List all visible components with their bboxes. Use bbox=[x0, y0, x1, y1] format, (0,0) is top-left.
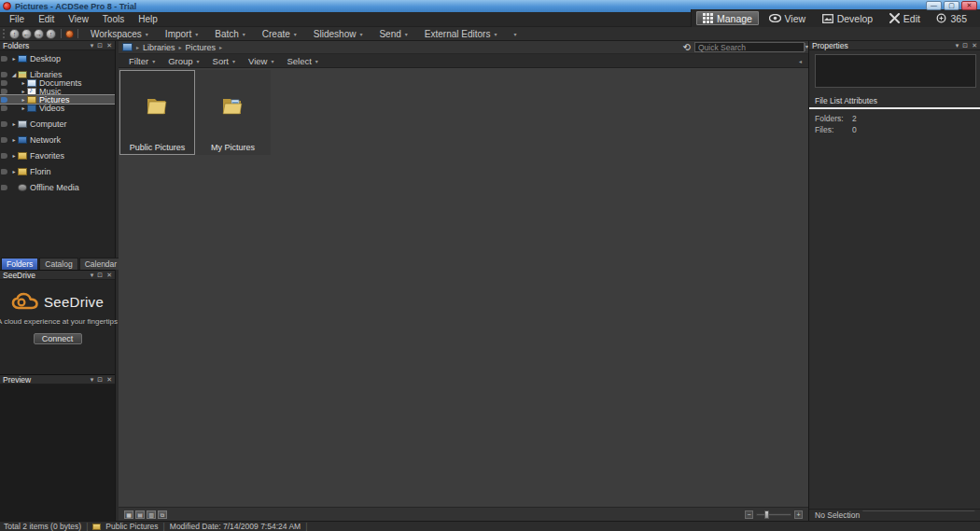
zoom-in-button[interactable]: + bbox=[794, 510, 803, 519]
easy-select-indicator[interactable] bbox=[1, 153, 7, 159]
tree-item-label: Network bbox=[30, 135, 61, 145]
close-icon[interactable]: ✕ bbox=[106, 271, 112, 279]
view-mode-tiles-button[interactable]: ⧉ bbox=[158, 510, 167, 519]
expander-icon[interactable]: ▸ bbox=[20, 88, 27, 94]
tree-item-favorites[interactable]: ▸ Favorites bbox=[0, 151, 115, 160]
search-input[interactable] bbox=[695, 43, 805, 52]
menu-file[interactable]: File bbox=[9, 14, 24, 24]
easy-select-indicator[interactable] bbox=[1, 169, 7, 175]
thumbnail-zoom-control: − + bbox=[745, 510, 803, 519]
view-menu[interactable]: View ▾ bbox=[242, 56, 280, 66]
mode-develop-button[interactable]: Develop bbox=[815, 10, 881, 26]
365-sync-icon bbox=[936, 13, 946, 23]
toolbar-create[interactable]: Create ▾ bbox=[254, 27, 305, 40]
easy-select-indicator[interactable] bbox=[1, 56, 7, 62]
easy-select-indicator[interactable] bbox=[1, 137, 7, 143]
pin-icon[interactable]: ⊡ bbox=[97, 271, 103, 279]
breadcrumb-libraries[interactable]: Libraries bbox=[143, 43, 175, 52]
toolbar-import[interactable]: Import ▾ bbox=[157, 27, 206, 40]
chevron-down-icon[interactable]: ▾ bbox=[91, 271, 94, 279]
pin-icon[interactable]: ⊡ bbox=[97, 41, 103, 49]
close-button[interactable]: ✕ bbox=[961, 1, 977, 10]
tree-item-offline-media[interactable]: Offline Media bbox=[0, 183, 115, 191]
mode-365-button[interactable]: 365 bbox=[929, 10, 974, 26]
easy-select-indicator[interactable] bbox=[1, 89, 7, 94]
tab-calendar[interactable]: Calendar bbox=[79, 258, 123, 270]
filter-menu[interactable]: Filter ▾ bbox=[122, 56, 161, 66]
breadcrumb-arrow-icon[interactable]: ▸ bbox=[136, 44, 139, 50]
view-mode-list-button[interactable]: ▥ bbox=[147, 510, 156, 519]
expander-icon[interactable]: ▸ bbox=[10, 120, 18, 127]
filter-bar-collapse-icon[interactable]: ◂ bbox=[799, 58, 805, 64]
menu-tools[interactable]: Tools bbox=[103, 14, 124, 24]
breadcrumb-arrow-icon[interactable]: ▸ bbox=[179, 44, 182, 50]
tree-item-florin[interactable]: ▸ Florin bbox=[0, 167, 115, 175]
easy-select-indicator[interactable] bbox=[1, 185, 7, 190]
mode-manage-button[interactable]: Manage bbox=[695, 10, 760, 26]
connect-button[interactable]: Connect bbox=[34, 333, 82, 344]
close-icon[interactable]: ✕ bbox=[972, 41, 977, 49]
expander-icon[interactable]: ▸ bbox=[20, 79, 27, 86]
minimize-button[interactable]: — bbox=[926, 1, 942, 10]
group-menu[interactable]: Group ▾ bbox=[161, 56, 205, 66]
maximize-button[interactable]: ▢ bbox=[944, 1, 959, 10]
easy-select-indicator[interactable] bbox=[1, 97, 7, 103]
chevron-down-icon[interactable]: ▾ bbox=[91, 41, 94, 49]
select-menu[interactable]: Select ▾ bbox=[280, 56, 324, 66]
chevron-down-icon[interactable]: ▾ bbox=[956, 41, 959, 49]
menu-edit[interactable]: Edit bbox=[38, 14, 54, 24]
pin-icon[interactable]: ⊡ bbox=[962, 41, 968, 49]
mode-view-button[interactable]: View bbox=[762, 10, 814, 26]
zoom-slider-thumb[interactable] bbox=[764, 510, 769, 519]
folder-tile-my-pictures[interactable]: My Pictures bbox=[195, 70, 271, 155]
easy-select-indicator[interactable] bbox=[1, 72, 7, 77]
zoom-out-button[interactable]: − bbox=[745, 510, 753, 519]
toolbar-slideshow[interactable]: Slideshow ▾ bbox=[305, 27, 371, 40]
chevron-down-icon[interactable]: ▾ bbox=[91, 375, 94, 384]
pin-icon[interactable]: ⊡ bbox=[97, 375, 103, 384]
menu-help[interactable]: Help bbox=[138, 14, 158, 24]
folder-tile-public-pictures[interactable]: Public Pictures bbox=[119, 70, 195, 155]
expander-icon[interactable]: ▸ bbox=[20, 105, 27, 111]
toolbar-batch[interactable]: Batch ▾ bbox=[206, 27, 254, 40]
breadcrumb-arrow-icon[interactable]: ▸ bbox=[219, 44, 222, 50]
expander-icon[interactable]: ▸ bbox=[10, 168, 18, 175]
expander-icon[interactable]: ▸ bbox=[20, 96, 27, 103]
nav-up-button[interactable]: ↑ bbox=[9, 29, 20, 39]
tree-item-network[interactable]: ▸ Network bbox=[0, 135, 115, 144]
toolbar-overflow[interactable]: ▾ bbox=[505, 27, 525, 40]
nav-parent-button[interactable]: ↑ bbox=[46, 29, 56, 39]
toolbar-send[interactable]: Send ▾ bbox=[371, 27, 415, 40]
tree-item-desktop[interactable]: ▸ Desktop bbox=[0, 54, 115, 63]
menu-view[interactable]: View bbox=[68, 14, 89, 24]
easy-select-indicator[interactable] bbox=[1, 121, 7, 127]
close-icon[interactable]: ✕ bbox=[106, 375, 112, 384]
window-controls: — ▢ ✕ bbox=[926, 1, 977, 10]
toolbar-workspaces[interactable]: Workspaces ▾ bbox=[82, 27, 157, 40]
toolbar-external-editors[interactable]: External Editors ▾ bbox=[416, 27, 506, 40]
zoom-slider-track[interactable] bbox=[756, 513, 791, 516]
easy-select-indicator[interactable] bbox=[1, 80, 7, 86]
view-mode-thumbnails-button[interactable]: ▦ bbox=[124, 510, 133, 519]
tree-item-videos[interactable]: ▸ Videos bbox=[0, 104, 115, 112]
expander-icon[interactable]: ▸ bbox=[10, 55, 18, 62]
nav-back-button[interactable]: ← bbox=[21, 29, 32, 39]
close-icon[interactable]: ✕ bbox=[106, 41, 112, 49]
sort-menu[interactable]: Sort ▾ bbox=[206, 56, 242, 66]
file-list-pane: ▸ Libraries ▸ Pictures ▸ ⟲ ▾ Filter ▾ Gr… bbox=[119, 41, 808, 521]
nav-forward-button[interactable]: → bbox=[34, 29, 44, 39]
tree-item-computer[interactable]: ▸ Computer bbox=[0, 119, 115, 128]
tab-catalog[interactable]: Catalog bbox=[39, 258, 77, 270]
toolbar-grip bbox=[3, 29, 6, 38]
quick-search-sync-icon[interactable]: ⟲ bbox=[683, 43, 691, 52]
sync-status-icon[interactable] bbox=[65, 30, 74, 38]
easy-select-indicator[interactable] bbox=[1, 105, 7, 111]
breadcrumb-pictures[interactable]: Pictures bbox=[186, 43, 217, 52]
mode-edit-button[interactable]: Edit bbox=[882, 10, 928, 26]
file-list[interactable]: Public Pictures My Pictures bbox=[119, 69, 808, 507]
expander-icon[interactable]: ▸ bbox=[10, 152, 18, 159]
tab-folders[interactable]: Folders bbox=[1, 258, 38, 270]
expander-icon[interactable]: ◢ bbox=[10, 71, 18, 77]
view-mode-details-button[interactable]: ▤ bbox=[135, 510, 145, 519]
expander-icon[interactable]: ▸ bbox=[10, 136, 18, 143]
